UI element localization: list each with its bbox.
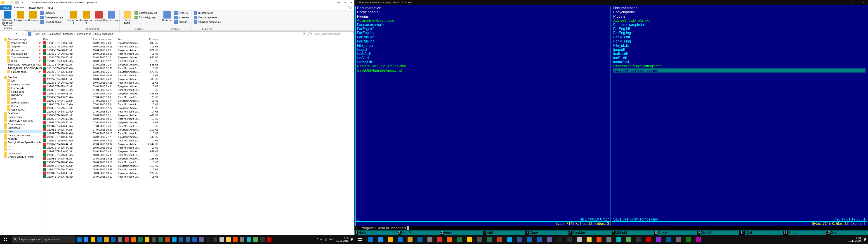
chevron-down-icon[interactable]: ▾ bbox=[21, 1, 24, 4]
col-size[interactable]: Размер bbox=[141, 37, 159, 41]
tree-node[interactable]: downloads (\\192.168.164.50) (Y:)📌 bbox=[0, 63, 41, 66]
history-button[interactable]: Журнал bbox=[174, 20, 190, 24]
far-list-item[interactable]: FarRus.hlf bbox=[613, 35, 866, 39]
file-row[interactable]: 21900-3724546-00.pdf03.04.2015 8:31Докум… bbox=[42, 114, 354, 117]
keybar-f9[interactable]: 9ConfMn bbox=[697, 231, 739, 235]
taskbar-app[interactable] bbox=[96, 235, 103, 244]
tree-node[interactable]: AuslogicsBoostSpeedPortable bbox=[0, 141, 41, 144]
tray-network-icon[interactable]: 🖧 bbox=[320, 238, 322, 241]
taskbar-app[interactable] bbox=[239, 235, 246, 244]
far-list-item[interactable]: SaveOldPluginSettings.cmd bbox=[613, 68, 866, 72]
tree-node[interactable]: OneDrive bbox=[0, 112, 41, 115]
tree-node[interactable]: Библиотеки bbox=[0, 126, 41, 130]
taskbar-app[interactable] bbox=[594, 235, 604, 244]
tree-node[interactable]: Корзина bbox=[0, 137, 41, 141]
keybar-f4[interactable]: 4Edit bbox=[483, 231, 525, 235]
tree-node[interactable]: Рабочий стол📌 bbox=[0, 41, 41, 45]
far-list-item[interactable]: lua5.1.dll bbox=[613, 52, 866, 56]
file-row[interactable]: 21902-3724026-44.pdf22.04.2015 10:37Доку… bbox=[42, 142, 354, 146]
edit-button[interactable]: Изменить bbox=[174, 16, 190, 20]
file-row[interactable]: 21902-3724546-00.xlsx10.04.2015 15:30Лис… bbox=[42, 153, 354, 157]
far-list-item[interactable]: FarEng.hlf bbox=[357, 27, 609, 31]
breadcrumb[interactable]: › Сеть›dc0›Redirection›haritonov›Рабочий… bbox=[26, 31, 307, 36]
select-all-button[interactable]: Выделить все bbox=[193, 11, 221, 16]
taskbar-app[interactable] bbox=[693, 235, 704, 244]
file-row[interactable]: 21110-3724036-00.xlsx10.04.2015 12:30Лис… bbox=[42, 66, 354, 70]
taskbar-app[interactable] bbox=[664, 235, 674, 244]
file-row[interactable]: 21900-3724019-10.xlsx14.01.2015 15:23Лис… bbox=[42, 88, 354, 92]
breadcrumb-segment[interactable]: dc0 bbox=[42, 33, 46, 35]
far-list-item[interactable]: FarRus.lng bbox=[357, 39, 609, 43]
file-row[interactable]: 21901-3724026-44.xlsx07.04.2015 10:15Лис… bbox=[42, 131, 354, 135]
far-list-item[interactable]: lpeg.dll bbox=[357, 48, 609, 52]
taskbar-app[interactable] bbox=[218, 235, 225, 244]
far-list-item[interactable]: AdviseSnowDireful.exe bbox=[357, 19, 609, 23]
tray-volume-icon[interactable]: 🔊 bbox=[324, 238, 328, 241]
far-cmdline[interactable]: C:\Program Files\Far Manager>_ bbox=[354, 226, 868, 231]
far-list-item[interactable]: Encyclopedia bbox=[357, 10, 609, 14]
taskbar-app[interactable] bbox=[455, 235, 465, 244]
copy-path-button[interactable]: Скопировать путь bbox=[39, 16, 64, 20]
tree-node[interactable]: Веб материалы bbox=[0, 101, 41, 104]
col-type[interactable]: Тип bbox=[116, 37, 141, 41]
invert-selection-button[interactable]: Обратить выделение bbox=[193, 20, 221, 24]
far-left-panel[interactable]: DocumentationEncyclopediaPluginsAdviseSn… bbox=[355, 6, 611, 226]
col-date[interactable]: Дата изменения bbox=[92, 37, 116, 41]
file-row[interactable]: 11180-3724148-00.xlsx10.04.2015 12:27Лис… bbox=[42, 52, 354, 56]
breadcrumb-segment[interactable]: Схемы проводов bbox=[93, 33, 113, 35]
clock[interactable]: 7:3315.11.2019 bbox=[336, 237, 348, 242]
tree-node[interactable]: Яндекс.Диск bbox=[0, 115, 41, 119]
minimize-button[interactable]: — bbox=[336, 0, 342, 5]
far-list-item[interactable]: FarEng.lng bbox=[357, 31, 609, 35]
tree-node[interactable]: Быстрый доступ bbox=[0, 37, 41, 41]
file-list[interactable]: Имя Дата изменения Тип Размер 11180-3724… bbox=[42, 37, 354, 239]
tree-node[interactable]: Книги bbox=[0, 104, 41, 108]
file-row[interactable]: 21900-3724019-10.pdf03.04.2015 7:49Докум… bbox=[42, 85, 354, 88]
far-keybar[interactable]: 1Help2UserMn3View4Edit5Copy6RenMov7MkFol… bbox=[354, 231, 868, 235]
copy-button[interactable]: Копировать bbox=[14, 11, 27, 30]
far-list-item[interactable]: Far.exe.example.ini bbox=[613, 23, 866, 27]
file-row[interactable]: 21901-3724026-40.xlsx07.04.2015 9:46Лист… bbox=[42, 124, 354, 128]
taskbar-app[interactable] bbox=[184, 235, 191, 244]
taskbar-app[interactable] bbox=[266, 235, 273, 244]
taskbar-app[interactable] bbox=[225, 235, 232, 244]
file-row[interactable]: 21902-3724546-00.pdf13.04.2015 7:49Докум… bbox=[42, 150, 354, 153]
tab-share[interactable]: Поделиться bbox=[26, 5, 46, 10]
breadcrumb-segment[interactable]: Redirection bbox=[48, 33, 61, 35]
taskbar-app[interactable] bbox=[130, 235, 137, 244]
taskbar-app[interactable] bbox=[178, 235, 184, 244]
taskbar-app[interactable] bbox=[445, 235, 455, 244]
close-button[interactable]: ✕ bbox=[858, 0, 868, 5]
taskbar-app[interactable] bbox=[644, 235, 654, 244]
taskbar-app[interactable] bbox=[504, 235, 515, 244]
taskbar-app[interactable] bbox=[584, 235, 594, 244]
far-list-item[interactable]: lua51.dll bbox=[357, 56, 609, 60]
far-list-item[interactable]: Far.exe.example.ini bbox=[357, 23, 609, 27]
far-list-item[interactable]: FarRus.hlf bbox=[357, 35, 609, 39]
nav-forward-button[interactable]: → bbox=[7, 31, 13, 37]
minimize-button[interactable]: — bbox=[838, 0, 848, 5]
far-list-item[interactable]: FarRus.lng bbox=[613, 39, 866, 43]
tree-node[interactable]: HP bbox=[0, 148, 41, 151]
taskbar-app[interactable] bbox=[385, 235, 395, 244]
taskbar-app[interactable] bbox=[604, 235, 614, 244]
tree-node[interactable]: apk bbox=[0, 79, 41, 83]
tab-home[interactable]: Главная bbox=[11, 5, 26, 10]
tree-node[interactable]: Панель управления bbox=[0, 133, 41, 137]
file-row[interactable]: 21127-3724036-00.pdf13.04.2015 7:36Докум… bbox=[42, 70, 354, 74]
taskbar-app[interactable] bbox=[232, 235, 239, 244]
tree-node[interactable]: Изображения📌 bbox=[0, 52, 41, 56]
cut-button[interactable]: Вырезать bbox=[39, 11, 64, 16]
keybar-f12[interactable]: 12Screen bbox=[825, 231, 868, 235]
tab-view[interactable]: Вид bbox=[46, 5, 56, 10]
clock[interactable]: 7:3315.11.2019 bbox=[848, 237, 861, 242]
taskbar[interactable]: 🔍 Введите здесь текст для поиска ˄ 🖧 🔊 Р… bbox=[0, 235, 354, 244]
tree-node[interactable]: Скриншоты bbox=[0, 108, 41, 112]
taskbar-app[interactable] bbox=[614, 235, 624, 244]
taskbar-app[interactable] bbox=[425, 235, 435, 244]
notifications-button[interactable]: 💬 bbox=[350, 238, 353, 241]
far-list-item[interactable]: lua51.dll bbox=[613, 56, 866, 60]
taskbar-app[interactable] bbox=[435, 235, 445, 244]
file-row[interactable]: 21903-3724026-45.pdf08.04.2015 13:15Доку… bbox=[42, 157, 354, 160]
properties-button[interactable]: Свойства bbox=[161, 11, 174, 27]
